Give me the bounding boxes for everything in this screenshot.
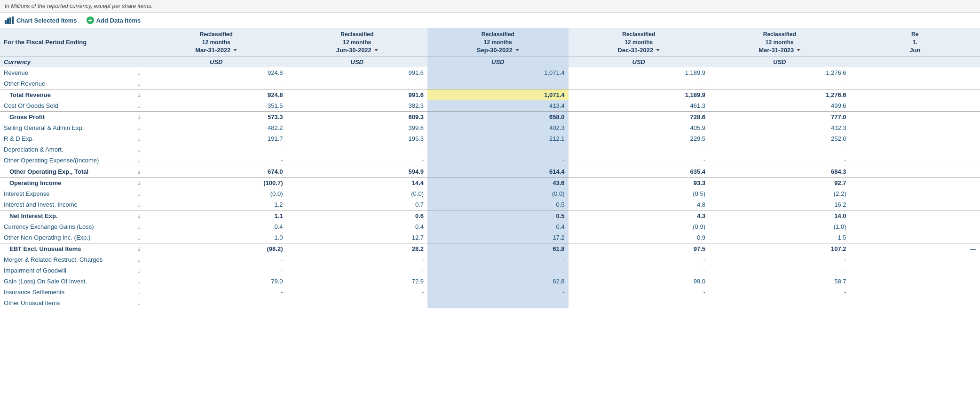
- data-cell: (1.0): [709, 221, 850, 232]
- sort-icon-cell[interactable]: ⤓: [132, 133, 146, 144]
- col1-period: Reclassified12 months: [151, 31, 281, 47]
- sort-icon-cell[interactable]: ⤓: [132, 232, 146, 243]
- data-cell: 1.0: [146, 232, 287, 243]
- data-cell: 1,071.4: [427, 67, 569, 78]
- sort-icon-cell[interactable]: ⤓: [132, 243, 146, 254]
- for-period-label: For the Fiscal Period Ending: [4, 39, 128, 46]
- table-row: Total Revenue⤓924.8991.61,071.41,189.91,…: [0, 89, 980, 100]
- data-cell: 777.0: [709, 111, 850, 122]
- data-cell: 4.3: [569, 210, 710, 221]
- currency-sort-placeholder: [132, 56, 146, 67]
- sort-icon-cell[interactable]: ⤓: [132, 177, 146, 188]
- data-cell: [850, 166, 980, 177]
- data-cell: 4.8: [569, 199, 710, 210]
- data-cell: 402.3: [427, 122, 569, 133]
- data-cell: -: [709, 265, 850, 276]
- data-cell: -: [709, 155, 850, 166]
- row-label: EBT Excl. Unusual Items: [0, 243, 132, 254]
- col5-date[interactable]: Mar-31-2023: [715, 47, 845, 54]
- col2-date[interactable]: Jun-30-2022: [292, 47, 422, 54]
- data-cell: 0.4: [427, 221, 569, 232]
- sort-icon-cell[interactable]: ⤓: [132, 78, 146, 89]
- data-cell: [709, 298, 850, 308]
- table-row: Gain (Loss) On Sale Of Invest.⤓79.072.96…: [0, 276, 980, 287]
- col1-date[interactable]: Mar-31-2022: [151, 47, 281, 54]
- data-cell: 79.0: [146, 276, 287, 287]
- data-cell: 405.9: [569, 122, 710, 133]
- data-cell: -: [287, 78, 428, 89]
- sort-icon-cell[interactable]: ⤓: [132, 254, 146, 265]
- data-cell: [569, 298, 710, 308]
- data-cell: 12.7: [287, 232, 428, 243]
- data-cell: -: [569, 155, 710, 166]
- sort-icon-cell[interactable]: ⤓: [132, 210, 146, 221]
- data-cell: 991.6: [287, 89, 428, 100]
- data-cell: 1.1: [146, 210, 287, 221]
- row-label: Other Operating Expense/(Income): [0, 155, 132, 166]
- table-row: Interest Expense⤓(0.0)(0.0)(0.0)(0.5)(2.…: [0, 188, 980, 199]
- data-cell: 1.2: [146, 199, 287, 210]
- data-cell: 28.2: [287, 243, 428, 254]
- sort-icon-cell[interactable]: ⤓: [132, 89, 146, 100]
- data-cell: (0.0): [427, 188, 569, 199]
- data-cell: 1,189.9: [569, 89, 710, 100]
- data-cell: -: [146, 144, 287, 155]
- col-header-5: Reclassified12 months Mar-31-2023: [709, 28, 850, 56]
- col3-date[interactable]: Sep-30-2022: [433, 47, 563, 54]
- sort-icon-cell[interactable]: ⤓: [132, 276, 146, 287]
- col1-chevron-icon[interactable]: [233, 49, 237, 51]
- data-cell: 0.5: [427, 210, 569, 221]
- col6-currency: [850, 56, 980, 67]
- sort-icon-cell[interactable]: ⤓: [132, 265, 146, 276]
- sort-icon-cell[interactable]: ⤓: [132, 122, 146, 133]
- data-cell: 0.9: [569, 232, 710, 243]
- data-cell: 14.4: [287, 177, 428, 188]
- data-cell: 212.1: [427, 133, 569, 144]
- row-label: Interest Expense: [0, 188, 132, 199]
- sort-icon-cell[interactable]: ⤓: [132, 111, 146, 122]
- svg-rect-0: [5, 20, 7, 24]
- sort-icon-cell[interactable]: ⤓: [132, 221, 146, 232]
- col4-date[interactable]: Dec-31-2022: [574, 47, 704, 54]
- sort-icon-cell[interactable]: ⤓: [132, 100, 146, 112]
- table-row: Merger & Related Restruct. Charges⤓-----: [0, 254, 980, 265]
- data-cell: -: [287, 265, 428, 276]
- chart-selected-items-button[interactable]: Chart Selected Items: [5, 16, 77, 24]
- data-cell: [850, 78, 980, 89]
- data-cell: [850, 122, 980, 133]
- data-cell: —: [850, 243, 980, 254]
- data-cell: [850, 199, 980, 210]
- data-cell: 432.3: [709, 122, 850, 133]
- data-cell: [287, 298, 428, 308]
- sort-icon-cell[interactable]: ⤓: [132, 144, 146, 155]
- data-cell: -: [427, 155, 569, 166]
- financial-table-wrapper: For the Fiscal Period Ending Reclassifie…: [0, 28, 980, 308]
- table-row: Impairment of Goodwill⤓-----: [0, 265, 980, 276]
- sort-icon-cell[interactable]: ⤓: [132, 199, 146, 210]
- sort-icon-cell[interactable]: ⤓: [132, 188, 146, 199]
- data-cell: -: [569, 78, 710, 89]
- row-label: Operating Income: [0, 177, 132, 188]
- sort-icon-cell[interactable]: ⤓: [132, 166, 146, 177]
- col6-date: Jun: [856, 47, 975, 54]
- col3-chevron-icon[interactable]: [515, 49, 519, 51]
- add-icon: +: [87, 16, 94, 24]
- col5-chevron-icon[interactable]: [797, 49, 800, 51]
- table-row: Revenue⤓924.8991.61,071.41,189.91,276.6: [0, 67, 980, 78]
- financial-table: For the Fiscal Period Ending Reclassifie…: [0, 28, 980, 308]
- sort-icon-cell[interactable]: ⤓: [132, 67, 146, 78]
- row-label: Gross Profit: [0, 111, 132, 122]
- sort-icon-cell[interactable]: ⤓: [132, 287, 146, 298]
- col4-chevron-icon[interactable]: [656, 49, 660, 51]
- data-cell: 674.0: [146, 166, 287, 177]
- data-cell: 0.7: [287, 199, 428, 210]
- add-data-items-button[interactable]: + Add Data Items: [87, 16, 141, 24]
- col2-chevron-icon[interactable]: [374, 49, 378, 51]
- sort-icon-cell[interactable]: ⤓: [132, 298, 146, 308]
- data-cell: 16.2: [709, 199, 850, 210]
- row-label: Other Revenue: [0, 78, 132, 89]
- row-label: Currency Exchange Gains (Loss): [0, 221, 132, 232]
- sort-icon-cell[interactable]: ⤓: [132, 155, 146, 166]
- row-label: Other Operating Exp., Total: [0, 166, 132, 177]
- svg-rect-3: [12, 16, 14, 24]
